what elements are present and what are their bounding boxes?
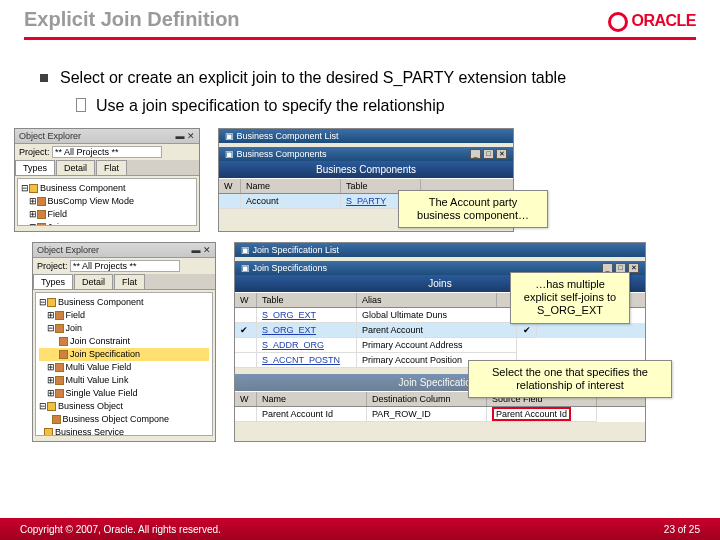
callout-1: The Account party business component… (398, 190, 548, 228)
sub-bullet-icon (76, 98, 86, 112)
slide-title: Explicit Join Definition (24, 8, 696, 31)
callout-3: Select the one that specifies the relati… (468, 360, 672, 398)
grid-row[interactable]: S_ADDR_ORGPrimary Account Address (235, 338, 645, 353)
page-number: 23 of 25 (664, 524, 700, 535)
cube-icon: ▣ Business Components (225, 149, 327, 159)
project-select[interactable] (70, 260, 180, 272)
object-explorer-1: Object Explorer▬ ✕ Project: Types Detail… (14, 128, 200, 232)
tree-item: ⊟ Business Component (21, 182, 193, 195)
inner-titlebar: ▣ Business Components _□✕ (219, 147, 513, 161)
bullet-content: Select or create an explicit join to the… (0, 58, 720, 118)
grid-title: Business Components (219, 161, 513, 178)
tab-types[interactable]: Types (15, 160, 55, 175)
tab-types[interactable]: Types (33, 274, 73, 289)
screenshots-area: Object Explorer▬ ✕ Project: Types Detail… (0, 124, 720, 464)
tab-detail[interactable]: Detail (56, 160, 95, 175)
tree-view[interactable]: ⊟ Business Component ⊞ Field ⊟ Join Join… (35, 292, 213, 436)
tree-view[interactable]: ⊟ Business Component ⊞ BusComp View Mode… (17, 178, 197, 226)
bullet-main: Select or create an explicit join to the… (40, 66, 680, 90)
window-titlebar: ▣ Join Specification List (235, 243, 645, 257)
oracle-logo: ORACLE (608, 12, 696, 32)
grid-row[interactable]: Parent Account Id PAR_ROW_ID Parent Acco… (235, 407, 645, 422)
close-icon[interactable]: ✕ (496, 149, 507, 159)
window-titlebar: ▣ Business Component List (219, 129, 513, 143)
min-icon[interactable]: _ (470, 149, 481, 159)
max-icon[interactable]: □ (483, 149, 494, 159)
slide-footer: Copyright © 2007, Oracle. All rights res… (0, 518, 720, 540)
object-explorer-2: Object Explorer▬ ✕ Project: Types Detail… (32, 242, 216, 442)
explorer-tabs: Types Detail Flat (15, 160, 199, 176)
explorer-tabs: Types Detail Flat (33, 274, 215, 290)
highlighted-source: Parent Account Id (492, 407, 571, 421)
pane-title: Object Explorer▬ ✕ (15, 129, 199, 144)
project-select[interactable] (52, 146, 162, 158)
tree-item: ⊞ Field (21, 208, 193, 221)
slide-header: Explicit Join Definition ORACLE (0, 0, 720, 58)
cube-icon: ▣ Business Component List (225, 131, 339, 141)
project-row: Project: (33, 258, 215, 274)
header-rule (24, 37, 696, 40)
project-row: Project: (15, 144, 199, 160)
tab-detail[interactable]: Detail (74, 274, 113, 289)
tree-item: ⊞ Join (21, 221, 193, 226)
copyright-text: Copyright © 2007, Oracle. All rights res… (20, 524, 221, 535)
tab-flat[interactable]: Flat (114, 274, 145, 289)
pane-title: Object Explorer▬ ✕ (33, 243, 215, 258)
tree-item: ⊞ BusComp View Mode (21, 195, 193, 208)
tab-flat[interactable]: Flat (96, 160, 127, 175)
grid-row[interactable]: ✔S_ORG_EXTParent Account✔ (235, 323, 645, 338)
callout-2: …has multiple explicit self-joins to S_O… (510, 272, 630, 324)
bullet-sub: Use a join specification to specify the … (76, 94, 680, 118)
square-bullet-icon (40, 74, 48, 82)
